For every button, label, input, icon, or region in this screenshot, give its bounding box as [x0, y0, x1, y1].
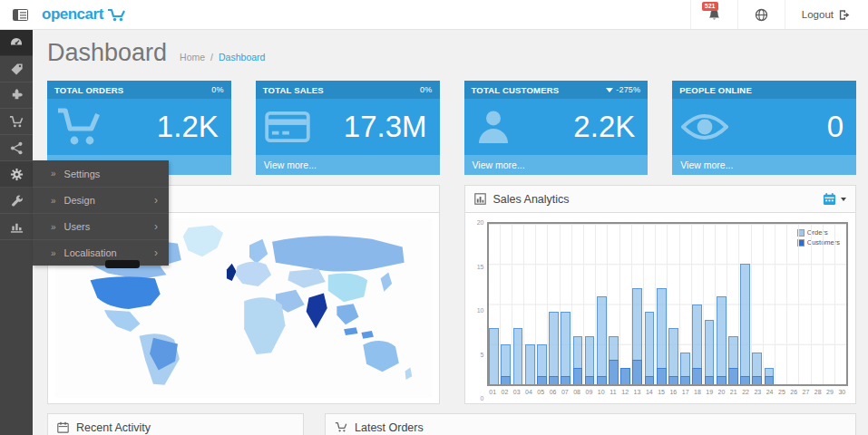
flyout-item-settings[interactable]: »Settings — [33, 160, 169, 187]
chart-bar-slot — [596, 224, 608, 384]
tile-total-sales: TOTAL SALES0% 17.3M View more... — [256, 81, 440, 175]
chart-bar-slot — [561, 224, 572, 384]
gear-icon — [10, 168, 24, 181]
sidebar-item-tools[interactable] — [0, 188, 33, 214]
logo-text: opencart — [42, 5, 103, 24]
orders-bar — [549, 312, 559, 384]
tag-icon — [10, 63, 24, 76]
tile-change: 0% — [211, 85, 223, 94]
map-greenland — [183, 225, 223, 256]
orders-bar — [525, 344, 535, 384]
chart-bar-slot — [835, 224, 846, 384]
flyout-item-design[interactable]: »Design› — [33, 187, 169, 213]
x-tick-label: 19 — [704, 389, 716, 398]
customers-bar — [585, 376, 595, 384]
breadcrumb-home[interactable]: Home — [180, 52, 205, 63]
user-icon — [473, 107, 513, 147]
date-range-button[interactable] — [823, 192, 846, 206]
sidebar-item-marketing[interactable] — [0, 135, 33, 161]
wrench-icon — [10, 194, 24, 208]
dropdown-caret-icon — [841, 198, 846, 201]
sidebar-item-extensions[interactable] — [0, 82, 33, 109]
map-africa — [244, 297, 285, 354]
customers-bar — [668, 376, 678, 384]
chart-bar-slot — [608, 224, 619, 384]
customers-bar — [680, 376, 690, 384]
x-tick-label: 18 — [691, 389, 703, 398]
chart-bar-slot — [752, 224, 764, 384]
chart-plot: OrdersCustomers — [487, 222, 849, 386]
sales-chart: 05101520 OrdersCustomers 010203040506070… — [473, 218, 849, 398]
chart-bar-slot — [727, 224, 739, 384]
x-tick-label: 23 — [752, 389, 764, 398]
x-tick-label: 21 — [727, 389, 739, 398]
cart-icon — [335, 421, 347, 433]
orders-bar — [717, 296, 727, 384]
dashboard-icon — [9, 35, 24, 50]
tile-change: -275% — [606, 85, 640, 94]
double-angle-icon: » — [51, 169, 56, 179]
tile-value: 1.2K — [157, 110, 219, 144]
chart-bar-slot — [632, 224, 644, 384]
chart-bar-slot — [764, 224, 775, 384]
x-tick-label: 17 — [679, 389, 691, 398]
chart-bar-slot — [536, 224, 548, 384]
chart-bar-slot — [799, 224, 811, 384]
view-more-link[interactable]: View more... — [256, 155, 440, 175]
flyout-item-label: Design — [64, 195, 95, 206]
customers-bar — [597, 376, 607, 384]
cart-icon — [9, 115, 24, 129]
customers-bar — [632, 360, 642, 384]
chart-bar-slot — [501, 224, 512, 384]
sidebar-item-system[interactable] — [0, 161, 33, 188]
customers-bar — [609, 360, 619, 384]
customers-bar — [501, 376, 511, 384]
opencart-logo[interactable]: opencart — [42, 5, 127, 24]
y-tick-label: 0 — [481, 395, 484, 401]
logout-button[interactable]: Logout — [785, 0, 868, 29]
y-tick-label: 10 — [477, 307, 484, 314]
puzzle-icon — [10, 89, 24, 102]
map-india — [307, 294, 327, 329]
x-tick-label: 05 — [535, 389, 547, 398]
map-se-asia — [336, 304, 358, 324]
tile-title: TOTAL SALES — [263, 85, 324, 95]
view-more-link[interactable]: View more... — [672, 155, 856, 175]
orders-bar — [740, 264, 750, 384]
x-tick-label: 08 — [571, 389, 582, 398]
flyout-item-localisation[interactable]: »Localisation› — [33, 239, 169, 266]
x-tick-label: 12 — [619, 389, 631, 398]
chevron-right-icon: › — [154, 246, 158, 259]
customers-bar — [740, 376, 750, 384]
sidebar-toggle-button[interactable] — [0, 0, 40, 29]
sidebar-item-sales[interactable] — [0, 109, 33, 135]
sidebar-item-dashboard[interactable] — [0, 30, 33, 56]
map-russia — [272, 236, 405, 271]
eye-icon — [681, 111, 728, 143]
x-tick-label: 15 — [655, 389, 667, 398]
map-indonesia — [344, 327, 374, 339]
double-angle-icon: » — [51, 196, 56, 206]
page-title: Dashboard — [47, 39, 167, 67]
y-tick-label: 20 — [477, 219, 484, 226]
view-more-link[interactable]: View more... — [464, 155, 649, 175]
chart-bar-slot — [656, 224, 668, 384]
notifications-button[interactable]: 521 — [690, 0, 737, 29]
flyout-item-users[interactable]: »Users› — [33, 213, 169, 239]
customers-bar — [561, 376, 571, 384]
stores-button[interactable] — [737, 0, 785, 29]
chart-bar-slot — [812, 224, 824, 384]
x-tick-label: 06 — [547, 389, 559, 398]
sidebar-item-reports[interactable] — [0, 214, 33, 240]
chart-bar-slot — [716, 224, 727, 384]
chart-icon — [474, 193, 486, 205]
latest-orders-title: Latest Orders — [355, 421, 424, 434]
map-scandinavia — [249, 239, 268, 264]
x-tick-label: 01 — [487, 389, 499, 398]
flyout-item-label: Localisation — [64, 247, 117, 258]
map-usa — [91, 276, 161, 309]
breadcrumb-separator: / — [210, 52, 213, 63]
customers-bar — [620, 368, 630, 384]
sidebar-item-catalog[interactable] — [0, 56, 33, 82]
tile-title: PEOPLE ONLINE — [679, 85, 752, 95]
